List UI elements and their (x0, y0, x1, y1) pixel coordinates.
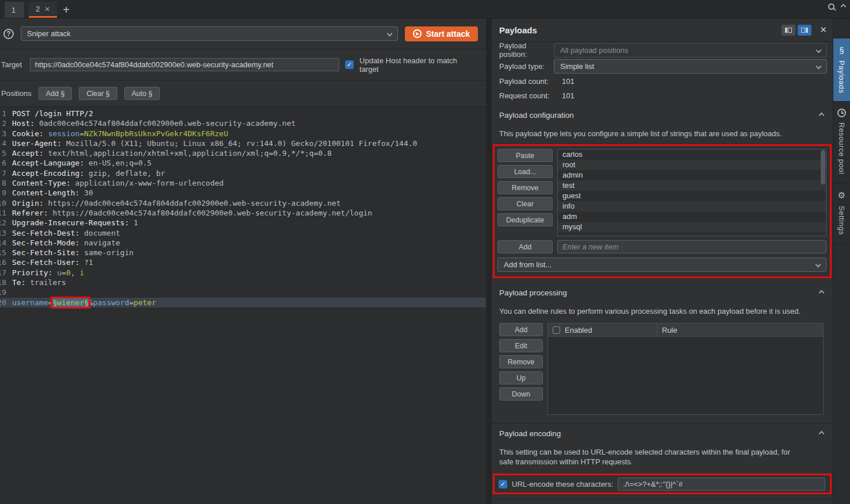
new-payload-input[interactable]: Enter a new item (557, 240, 826, 253)
attack-config-pane: ? Sniper attack Start attack Target http… (0, 18, 486, 504)
payload-list-item[interactable]: info (558, 201, 826, 211)
payload-encoding-description: This setting can be used to URL-encode s… (492, 441, 814, 471)
target-label: Target (1, 60, 24, 69)
request-line[interactable]: 11Referer: https://0adc00ce04c574af804dd… (0, 208, 486, 218)
dock-left-icon (785, 28, 787, 33)
request-line-text: Accept-Encoding: gzip, deflate, br (9, 168, 165, 178)
request-line[interactable]: 14Sec-Fetch-Mode: navigate (0, 238, 486, 248)
request-line[interactable]: 5Accept: text/html,application/xhtml+xml… (0, 148, 486, 158)
new-attack-tab-button[interactable]: + (57, 2, 75, 18)
close-panel-icon[interactable]: ✕ (820, 25, 827, 35)
line-number: 5 (0, 148, 9, 158)
request-line[interactable]: 7Accept-Encoding: gzip, deflate, br (0, 168, 486, 178)
request-line[interactable]: 15Sec-Fetch-Site: same-origin (0, 248, 486, 257)
payload-list-item[interactable]: test (558, 180, 826, 191)
payload-load-button[interactable]: Load... (497, 165, 553, 178)
payload-list-item[interactable]: adm (558, 211, 826, 222)
collapse-section-icon[interactable] (819, 431, 825, 437)
attack-tab-bar: 12✕ + (0, 0, 850, 18)
line-number: 10 (0, 198, 9, 208)
processing-edit-button[interactable]: Edit (499, 339, 543, 352)
positions-add-button[interactable]: Add § (39, 87, 72, 100)
attack-tab-2[interactable]: 2✕ (29, 2, 57, 18)
attack-tab-1[interactable]: 1 (5, 2, 24, 18)
add-from-list-select[interactable]: Add from list... (497, 257, 826, 272)
payload-list-item[interactable]: guest (558, 191, 826, 201)
dock-left-layout-button[interactable] (782, 25, 795, 36)
enable-all-rules-checkbox[interactable] (553, 326, 560, 334)
request-line[interactable]: 19 (0, 287, 486, 297)
payload-processing-description: You can define rules to perform various … (492, 301, 833, 321)
payload-list[interactable]: carlosrootadmintestguestinfoadmmysql (557, 149, 826, 236)
request-line-text: Upgrade-Insecure-Requests: 1 (9, 218, 138, 228)
request-line[interactable]: 18Te: trailers (0, 278, 486, 287)
request-line[interactable]: 8Content-Type: application/x-www-form-ur… (0, 178, 486, 188)
request-line[interactable]: 13Sec-Fetch-Dest: document (0, 228, 486, 238)
panel-tab-resource-pool[interactable]: Resource pool (833, 102, 850, 183)
request-line[interactable]: 3Cookie: session=NZk7NwnBpbRsUknxPvGekr4… (0, 129, 486, 138)
start-attack-button[interactable]: Start attack (405, 26, 478, 41)
payload-list-item[interactable]: carlos (558, 149, 826, 160)
processing-up-button[interactable]: Up (499, 371, 543, 384)
request-editor[interactable]: 1POST /login HTTP/22Host: 0adc00ce04c574… (0, 107, 486, 504)
attack-type-value: Sniper attack (27, 29, 71, 38)
line-number: 7 (0, 168, 9, 178)
request-line[interactable]: 16Sec-Fetch-User: ?1 (0, 257, 486, 267)
request-line[interactable]: 4User-Agent: Mozilla/5.0 (X11; Ubuntu; L… (0, 138, 486, 148)
panel-tab-settings[interactable]: ⚙Settings (833, 183, 850, 244)
attack-type-select[interactable]: Sniper attack (21, 26, 398, 41)
payload-list-item[interactable]: mysql (558, 222, 826, 232)
pane-splitter[interactable] (486, 18, 492, 504)
url-encode-label: URL-encode these characters: (512, 480, 613, 488)
request-line-text: Sec-Fetch-User: ?1 (9, 257, 93, 267)
url-encode-checkbox[interactable]: ✓ (499, 480, 507, 488)
gear-icon: ⚙ (838, 190, 845, 201)
request-line[interactable]: 9Content-Length: 30 (0, 188, 486, 198)
add-payload-button[interactable]: Add (497, 240, 553, 253)
positions-clear-button[interactable]: Clear § (79, 87, 117, 100)
payload-paste-button[interactable]: Paste (497, 149, 553, 162)
payload-deduplicate-button[interactable]: Deduplicate (497, 213, 553, 226)
processing-add-button[interactable]: Add (499, 323, 543, 336)
request-line[interactable]: 1POST /login HTTP/2 (0, 109, 486, 118)
url-encode-characters-input[interactable]: ./\=<>?+&*;:"{}|^`# (618, 478, 825, 491)
processing-remove-button[interactable]: Remove (499, 355, 543, 368)
panel-tab-payloads[interactable]: §Payloads (833, 39, 850, 102)
chevron-down-icon (815, 262, 821, 268)
help-icon[interactable]: ? (3, 29, 14, 39)
request-line[interactable]: 2Host: 0adc00ce04c574af804ddafc002900e0.… (0, 118, 486, 128)
processing-down-button[interactable]: Down (499, 387, 543, 401)
collapse-panel-icon[interactable] (841, 4, 847, 10)
payload-clear-button[interactable]: Clear (497, 197, 553, 210)
line-number: 8 (0, 178, 9, 188)
request-line-text: username=§wiener§&password=peter (9, 298, 156, 307)
payload-list-item[interactable]: root (558, 160, 826, 170)
enabled-column-header: Enabled (565, 326, 592, 334)
line-number: 17 (0, 268, 9, 278)
collapse-section-icon[interactable] (819, 113, 825, 118)
payload-list-item[interactable]: admin (558, 170, 826, 180)
request-line-text: Content-Type: application/x-www-form-url… (9, 178, 224, 188)
line-number: 19 (0, 287, 9, 297)
payload-list-scrollbar[interactable] (821, 150, 825, 184)
request-line-text: Te: trailers (9, 278, 66, 287)
request-line[interactable]: 10Origin: https://0adc00ce04c574af804dda… (0, 198, 486, 208)
request-line[interactable]: 20username=§wiener§&password=peter (0, 298, 486, 307)
payload-remove-button[interactable]: Remove (497, 181, 553, 194)
panel-tab-label: Settings (837, 206, 846, 235)
payload-type-select[interactable]: Simple list (554, 59, 827, 74)
target-url-input[interactable]: https://0adc00ce04c574af804ddafc002900e0… (30, 58, 339, 71)
dock-right-layout-button[interactable] (798, 25, 811, 36)
close-tab-icon[interactable]: ✕ (44, 5, 50, 13)
positions-auto-button[interactable]: Auto § (124, 87, 160, 100)
processing-rules-empty-body (548, 337, 823, 414)
request-line-text: Accept: text/html,application/xhtml+xml,… (9, 148, 332, 158)
request-line[interactable]: 17Priority: u=0, i (0, 268, 486, 278)
search-icon[interactable] (828, 3, 834, 10)
update-host-checkbox[interactable]: ✓ (345, 60, 354, 69)
collapse-section-icon[interactable] (819, 290, 825, 296)
request-line[interactable]: 12Upgrade-Insecure-Requests: 1 (0, 218, 486, 228)
request-line[interactable]: 6Accept-Language: en-US,en;q=0.5 (0, 158, 486, 168)
line-number: 20 (0, 298, 9, 307)
line-number: 12 (0, 218, 9, 228)
